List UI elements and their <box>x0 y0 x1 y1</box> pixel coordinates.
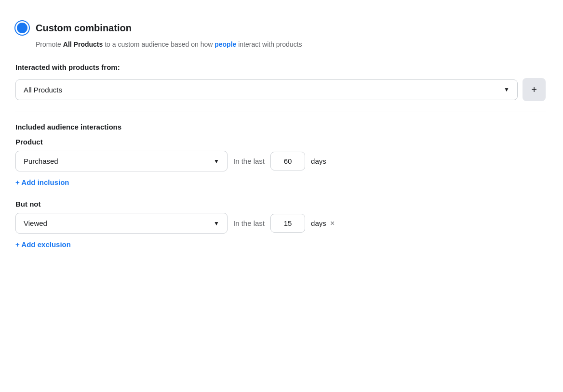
title-row: Custom combination <box>15 21 546 35</box>
all-products-dropdown[interactable]: All Products ▼ <box>15 79 518 100</box>
viewed-dropdown-arrow-icon: ▼ <box>214 220 219 227</box>
page-title: Custom combination <box>36 23 132 34</box>
remove-exclusion-button[interactable]: × <box>330 219 335 227</box>
add-inclusion-button[interactable]: + Add inclusion <box>15 178 69 186</box>
dropdown-arrow-icon: ▼ <box>504 86 509 93</box>
subtitle-bold: All Products <box>63 40 103 48</box>
days-input-excluded[interactable] <box>270 214 305 233</box>
but-not-label: But not <box>15 200 546 208</box>
in-the-last-label: In the last <box>233 157 265 165</box>
subtitle: Promote All Products to a custom audienc… <box>36 39 546 50</box>
people-link[interactable]: people <box>214 40 236 48</box>
inclusion-row: Purchased ▼ In the last days <box>15 151 546 171</box>
products-section: Interacted with products from: All Produ… <box>15 63 546 101</box>
purchased-dropdown[interactable]: Purchased ▼ <box>15 151 228 171</box>
excluded-section: But not Viewed ▼ In the last days × + Ad… <box>15 200 546 248</box>
subtitle-suffix: interact with products <box>236 40 302 48</box>
days-input-included[interactable] <box>270 152 305 170</box>
exclusion-row: Viewed ▼ In the last days × <box>15 213 546 234</box>
product-field-label: Product <box>15 138 546 146</box>
purchased-dropdown-arrow-icon: ▼ <box>214 158 219 165</box>
add-exclusion-button[interactable]: + Add exclusion <box>15 240 71 248</box>
viewed-dropdown[interactable]: Viewed ▼ <box>15 213 228 234</box>
all-products-value: All Products <box>24 86 62 94</box>
viewed-value: Viewed <box>24 219 47 227</box>
interacted-with-label: Interacted with products from: <box>15 63 546 71</box>
divider <box>15 112 546 112</box>
products-row: All Products ▼ + <box>15 78 546 101</box>
days-label-excluded: days × <box>311 219 335 228</box>
in-the-last-label-excluded: In the last <box>233 219 265 227</box>
subtitle-middle: to a custom audience based on how <box>103 40 214 48</box>
add-product-button[interactable]: + <box>523 78 546 101</box>
radio-button[interactable] <box>15 21 29 35</box>
subtitle-prefix: Promote <box>36 40 63 48</box>
purchased-value: Purchased <box>24 157 58 165</box>
main-container: Custom combination Promote All Products … <box>15 12 546 258</box>
included-section-title: Included audience interactions <box>15 123 546 131</box>
included-audience-section: Included audience interactions Product P… <box>15 123 546 186</box>
days-label-included: days <box>311 157 326 165</box>
